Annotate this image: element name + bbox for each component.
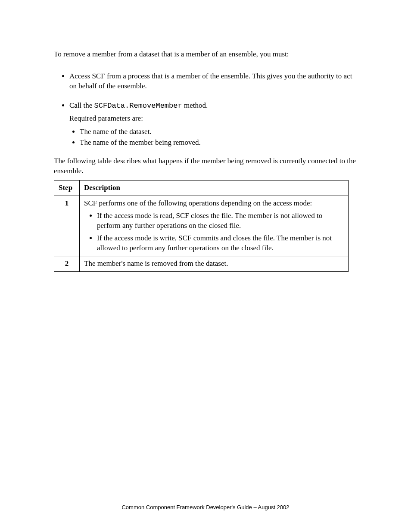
col-step-header: Step	[54, 180, 80, 196]
step-1-item-2: If the access mode is write, SCF commits…	[97, 233, 344, 253]
required-item-2: The name of the member being removed.	[80, 138, 357, 148]
table-header-row: Step Description	[54, 180, 349, 196]
required-intro: Required parameters are:	[69, 114, 357, 124]
bullet-2-code: SCFData.RemoveMember	[94, 102, 182, 110]
bullet-2: Call the SCFData.RemoveMember method. Re…	[69, 101, 357, 148]
bullet-1: Access SCF from a process that is a memb…	[69, 72, 357, 91]
col-desc-header: Description	[80, 180, 349, 196]
step-number-1: 1	[54, 196, 80, 256]
step-1-list: If the access mode is read, SCF closes t…	[84, 211, 344, 253]
required-sublist: The name of the dataset. The name of the…	[69, 127, 357, 148]
table-row: 1 SCF performs one of the following oper…	[54, 196, 349, 256]
steps-table: Step Description 1 SCF performs one of t…	[54, 180, 349, 272]
table-intro: The following table describes what happe…	[54, 156, 357, 176]
intro-text: To remove a member from a dataset that i…	[54, 50, 357, 59]
page-footer: Common Component Framework Developer's G…	[0, 504, 411, 511]
top-bullet-list: Access SCF from a process that is a memb…	[54, 72, 357, 148]
required-item-1: The name of the dataset.	[80, 127, 357, 137]
step-1-intro: SCF performs one of the following operat…	[84, 199, 344, 208]
bullet-2-lead: Call the	[69, 101, 94, 109]
bullet-2-tail: method.	[182, 101, 208, 109]
table-row: 2 The member's name is removed from the …	[54, 256, 349, 272]
step-1-item-1: If the access mode is read, SCF closes t…	[97, 211, 344, 231]
step-1-description: SCF performs one of the following operat…	[80, 196, 349, 256]
step-2-description: The member's name is removed from the da…	[80, 256, 349, 272]
step-number-2: 2	[54, 256, 80, 272]
